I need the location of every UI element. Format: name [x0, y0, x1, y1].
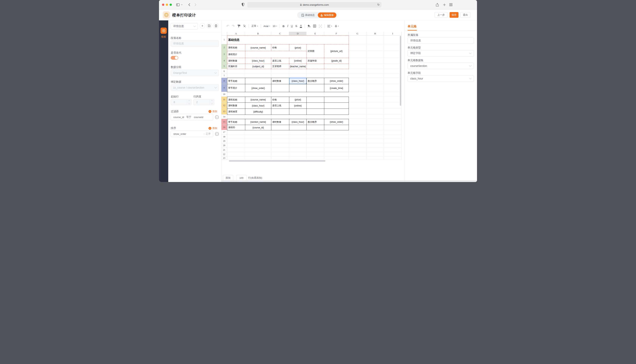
sheet-cell[interactable] — [227, 134, 245, 139]
sheet-cell[interactable] — [349, 69, 366, 74]
row-header[interactable]: 1 — [222, 36, 227, 44]
sheet-cell[interactable] — [324, 152, 349, 156]
row-header[interactable]: 3 — [222, 51, 227, 58]
font-size-dropdown[interactable]: 10▾ — [273, 25, 277, 28]
row-header[interactable]: 22 — [222, 152, 227, 156]
cell-dataset-select[interactable]: courseSection — [408, 63, 474, 69]
sheet-cell[interactable] — [384, 114, 401, 119]
sheet-cell[interactable] — [366, 69, 384, 74]
sheet-cell-D11[interactable]: {price} — [289, 97, 307, 103]
bind-data-select[interactable]: zz_course / courseSection — [171, 84, 219, 91]
sheet-cell[interactable] — [271, 92, 289, 97]
sheet-cell[interactable] — [349, 156, 366, 160]
sheet-cell[interactable] — [324, 139, 349, 143]
data-group-select[interactable]: OrangeTest — [171, 70, 219, 76]
sheet-cell[interactable] — [227, 114, 245, 119]
sheet-cell-B3[interactable] — [245, 51, 307, 58]
sheet-cell-D8[interactable]: {class_hour} — [289, 78, 307, 84]
tab-overview-icon[interactable] — [449, 2, 453, 7]
sheet-cell[interactable] — [324, 69, 349, 74]
sheet-cell[interactable] — [384, 44, 401, 51]
sheet-cell[interactable] — [366, 125, 384, 130]
tab-basic-info[interactable]: 基础信息 — [300, 14, 316, 17]
sheet-cell-E5[interactable] — [306, 64, 324, 69]
sheet-cell[interactable] — [245, 130, 271, 134]
sheet-cell[interactable] — [271, 69, 289, 74]
sheet-cell-C4[interactable]: 是否上线 — [271, 58, 289, 64]
horizontal-scrollbar[interactable] — [229, 160, 325, 162]
horizontal-align-dropdown[interactable]: ▾ — [327, 25, 332, 28]
sheet-cell[interactable] — [349, 44, 366, 51]
sheet-cell-F13[interactable] — [324, 108, 349, 115]
sheet-cell[interactable] — [324, 134, 349, 139]
row-header[interactable]: 21 — [222, 148, 227, 152]
privacy-shield-icon[interactable] — [241, 2, 245, 7]
sheet-cell[interactable] — [245, 156, 271, 160]
sheet-cell[interactable] — [366, 51, 384, 58]
font-family-dropdown[interactable]: Arial▾ — [264, 25, 270, 28]
sheet-cell[interactable] — [366, 92, 384, 97]
sheet-cell[interactable] — [349, 51, 366, 58]
sheet-cell[interactable] — [366, 74, 384, 78]
share-icon[interactable] — [435, 2, 440, 7]
sheet-cell[interactable] — [306, 156, 324, 160]
sort-item[interactable]: show_order ↑ 正序 — [171, 131, 213, 137]
sheet-cell-B15[interactable]: {section_name} — [245, 119, 271, 125]
sidebar-item-template[interactable]: 模板 — [159, 35, 168, 38]
sheet-cell[interactable] — [306, 130, 324, 134]
back-button[interactable] — [187, 2, 191, 7]
column-header[interactable]: B — [245, 32, 271, 36]
sheet-cell[interactable] — [349, 102, 366, 108]
cell-style-dropdown[interactable]: 正常▾ — [252, 24, 258, 28]
sheet-cell[interactable] — [349, 36, 366, 44]
stepper-arrows[interactable] — [187, 99, 191, 105]
add-section-button[interactable]: + — [200, 23, 205, 28]
sheet-cell[interactable] — [384, 84, 401, 92]
row-header[interactable]: 10 — [222, 92, 227, 97]
sheet-cell[interactable] — [306, 69, 324, 74]
sheet-cell[interactable] — [289, 139, 306, 143]
sheet-cell[interactable] — [384, 74, 401, 78]
sheet-cell-C11[interactable]: 价格 — [271, 97, 289, 103]
sheet-cell[interactable] — [384, 64, 401, 69]
sheet-cell[interactable] — [366, 58, 384, 64]
sheet-cell-F4[interactable]: {grade_id} — [324, 58, 349, 64]
sheet-cell-E9[interactable] — [306, 84, 324, 92]
close-window-button[interactable] — [162, 4, 164, 6]
row-header[interactable]: 23 — [222, 156, 227, 160]
sheet-cell-D5[interactable]: {teacher_name} — [289, 64, 307, 69]
sheet-cell-A13[interactable]: 课程难度 — [227, 108, 245, 115]
sheet-cell[interactable] — [349, 134, 366, 139]
italic-icon[interactable]: I — [287, 24, 288, 28]
sheet-cell[interactable] — [245, 134, 271, 139]
sheet-cell[interactable] — [271, 152, 289, 156]
row-header[interactable]: 17 — [222, 130, 227, 134]
sheet-cell[interactable] — [289, 69, 306, 74]
row-header[interactable]: 11 — [222, 97, 227, 102]
sheet-cell[interactable] — [349, 143, 366, 148]
refresh-icon[interactable]: ↻ — [377, 3, 380, 6]
new-tab-icon[interactable] — [442, 2, 447, 7]
copy-section-button[interactable] — [206, 23, 212, 28]
underline-icon[interactable]: U — [291, 24, 293, 28]
sheet-cell-E8[interactable]: 显示顺序 — [306, 78, 324, 84]
sheet-cell[interactable] — [306, 152, 324, 156]
sheet-cell-B5[interactable]: {subject_id} — [245, 64, 271, 69]
column-header[interactable]: C — [271, 32, 289, 36]
sheet-cell[interactable] — [289, 134, 306, 139]
sheet-cell-E13[interactable] — [306, 108, 324, 115]
sheet-cell-A8[interactable]: 章节名称 — [227, 78, 245, 84]
row-count-input[interactable] — [236, 175, 247, 181]
sort-add-button[interactable]: + 添加 — [208, 126, 217, 130]
sheet-cell[interactable] — [349, 139, 366, 143]
start-row-stepper[interactable]: 8 — [171, 99, 191, 105]
sheet-cell[interactable] — [384, 130, 401, 134]
sheet-cell[interactable] — [245, 114, 271, 119]
sheet-cell[interactable] — [349, 97, 366, 102]
zoom-window-button[interactable] — [170, 4, 172, 6]
sheet-cell-B2[interactable]: {course_name} — [245, 44, 271, 51]
sheet-cell[interactable] — [245, 139, 271, 143]
row-span-stepper[interactable]: 2 — [193, 99, 214, 105]
sheet-cell[interactable] — [289, 114, 306, 119]
sheet-cell[interactable] — [271, 148, 289, 152]
